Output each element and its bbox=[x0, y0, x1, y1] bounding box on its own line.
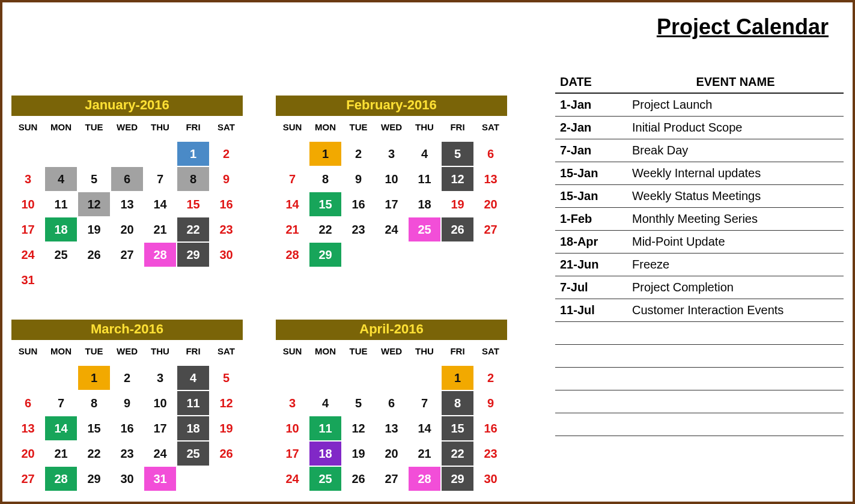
day-empty bbox=[376, 366, 407, 390]
day-cell: 1 bbox=[309, 142, 341, 166]
dow-header: TUE bbox=[342, 116, 375, 141]
day-cell: 15 bbox=[177, 192, 209, 216]
day-cell: 17 bbox=[376, 192, 407, 216]
day-cell: 25 bbox=[177, 442, 209, 466]
day-cell: 3 bbox=[144, 366, 176, 390]
day-cell: 17 bbox=[144, 416, 176, 440]
event-date: 15-Jan bbox=[555, 184, 627, 207]
event-row-blank bbox=[555, 390, 844, 413]
event-name bbox=[627, 390, 844, 413]
day-cell: 18 bbox=[45, 217, 77, 241]
dow-header: WED bbox=[375, 340, 408, 365]
day-cell: 2 bbox=[475, 366, 507, 390]
event-name: Weekly Internal updates bbox=[627, 162, 844, 184]
day-cell: 16 bbox=[210, 192, 242, 216]
day-cell: 17 bbox=[12, 217, 44, 241]
day-cell: 10 bbox=[144, 391, 176, 415]
day-cell: 21 bbox=[45, 442, 77, 466]
day-empty bbox=[342, 366, 374, 390]
day-cell: 28 bbox=[45, 467, 77, 491]
day-cell: 7 bbox=[144, 167, 176, 191]
event-row: 7-JanBreak Day bbox=[555, 139, 844, 162]
day-empty bbox=[78, 142, 110, 166]
day-cell: 27 bbox=[376, 467, 407, 491]
event-date: 2-Jan bbox=[555, 116, 627, 139]
day-cell: 7 bbox=[45, 391, 77, 415]
dow-header: THU bbox=[408, 116, 441, 141]
dow-header: SUN bbox=[11, 340, 44, 365]
day-cell: 2 bbox=[342, 142, 374, 166]
dow-header: SUN bbox=[276, 340, 309, 365]
event-name bbox=[627, 344, 844, 367]
event-row: 1-JanProject Launch bbox=[555, 93, 844, 116]
day-cell: 20 bbox=[111, 217, 143, 241]
day-cell: 19 bbox=[342, 442, 374, 466]
day-cell: 14 bbox=[276, 192, 308, 216]
day-cell: 8 bbox=[442, 391, 473, 415]
event-row-blank bbox=[555, 413, 844, 436]
month-block: February-2016SUNMONTUEWEDTHUFRISAT123456… bbox=[276, 96, 507, 293]
day-cell: 31 bbox=[144, 467, 176, 491]
day-cell: 2 bbox=[111, 366, 143, 390]
month-grid: SUNMONTUEWEDTHUFRISAT1234567891011121314… bbox=[276, 116, 507, 267]
event-date bbox=[555, 321, 627, 344]
day-cell: 14 bbox=[45, 416, 77, 440]
day-empty bbox=[45, 366, 77, 390]
day-cell: 25 bbox=[309, 467, 341, 491]
day-cell: 6 bbox=[475, 142, 507, 166]
day-cell: 16 bbox=[342, 192, 374, 216]
day-cell: 4 bbox=[45, 167, 77, 191]
day-cell: 9 bbox=[475, 391, 507, 415]
day-cell: 18 bbox=[409, 192, 440, 216]
event-name bbox=[627, 367, 844, 390]
day-empty bbox=[144, 142, 176, 166]
day-cell: 22 bbox=[177, 217, 209, 241]
day-cell: 21 bbox=[409, 442, 440, 466]
event-row-blank bbox=[555, 344, 844, 367]
day-cell: 22 bbox=[78, 442, 110, 466]
day-cell: 7 bbox=[409, 391, 440, 415]
dow-header: THU bbox=[144, 340, 177, 365]
event-date bbox=[555, 390, 627, 413]
day-cell: 27 bbox=[12, 467, 44, 491]
day-cell: 23 bbox=[342, 217, 374, 241]
day-cell: 13 bbox=[12, 416, 44, 440]
day-cell: 19 bbox=[442, 192, 473, 216]
day-cell: 18 bbox=[309, 442, 341, 466]
calendar-frame: Project Calendar January-2016SUNMONTUEWE… bbox=[0, 0, 855, 504]
month-block: January-2016SUNMONTUEWEDTHUFRISAT1234567… bbox=[11, 96, 243, 293]
dow-header: TUE bbox=[78, 340, 111, 365]
day-cell: 30 bbox=[475, 467, 507, 491]
day-cell: 20 bbox=[12, 442, 44, 466]
event-row-blank bbox=[555, 321, 844, 344]
day-cell: 16 bbox=[111, 416, 143, 440]
event-name: Freeze bbox=[627, 253, 844, 276]
day-cell: 13 bbox=[111, 192, 143, 216]
event-name: Break Day bbox=[627, 139, 844, 162]
day-cell: 8 bbox=[78, 391, 110, 415]
day-cell: 4 bbox=[309, 391, 341, 415]
event-name: Monthly Meeting Series bbox=[627, 207, 844, 230]
day-cell: 2 bbox=[210, 142, 242, 166]
day-cell: 10 bbox=[376, 167, 407, 191]
day-cell: 5 bbox=[442, 142, 473, 166]
event-name bbox=[627, 413, 844, 436]
day-cell: 3 bbox=[376, 142, 407, 166]
month-header: January-2016 bbox=[11, 96, 243, 116]
day-cell: 16 bbox=[475, 416, 507, 440]
dow-header: TUE bbox=[342, 340, 375, 365]
day-empty bbox=[309, 366, 341, 390]
dow-header: FRI bbox=[441, 116, 474, 141]
month-header: April-2016 bbox=[276, 320, 507, 340]
event-row-blank bbox=[555, 367, 844, 390]
day-cell: 7 bbox=[276, 167, 308, 191]
dow-header: FRI bbox=[177, 116, 210, 141]
day-cell: 14 bbox=[409, 416, 440, 440]
day-cell: 10 bbox=[12, 192, 44, 216]
event-header-name: EVENT NAME bbox=[627, 71, 844, 93]
dow-header: FRI bbox=[177, 340, 210, 365]
day-cell: 29 bbox=[78, 467, 110, 491]
day-cell: 23 bbox=[111, 442, 143, 466]
day-cell: 25 bbox=[409, 217, 440, 241]
day-cell: 1 bbox=[442, 366, 473, 390]
